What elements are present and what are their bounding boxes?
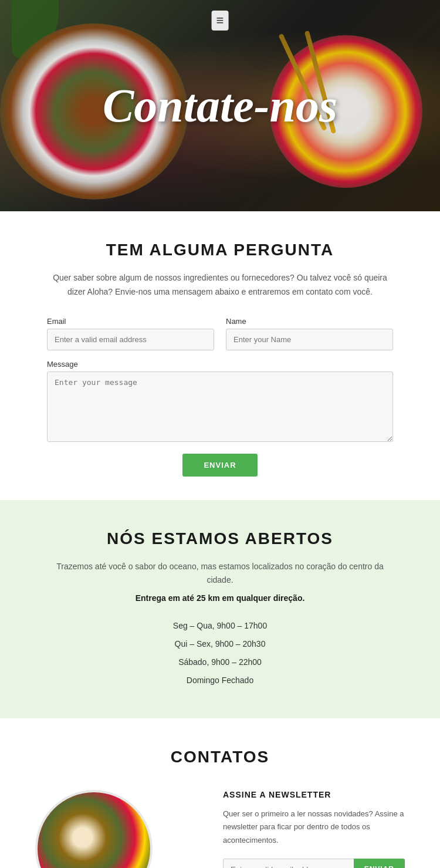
contact-form-section: TEM ALGUMA PERGUNTA Quer saber sobre alg… xyxy=(0,211,440,500)
email-label: Email xyxy=(47,317,214,326)
food-circle-image xyxy=(35,790,153,868)
form-row-email-name: Email Name xyxy=(47,317,393,350)
message-form-group: Message xyxy=(47,360,393,442)
contacts-body: Utilize o nosso formulário de contacto p… xyxy=(35,790,405,868)
hamburger-menu[interactable]: ≡ xyxy=(212,11,229,31)
hours-item-3: Sábado, 9h00 – 22h00 xyxy=(47,653,393,671)
delivery-info: Entrega em até 25 km em qualquer direção… xyxy=(47,593,393,603)
newsletter-email-input[interactable] xyxy=(223,859,354,868)
open-hours-section: NÓS ESTAMOS ABERTOS Trazemos até você o … xyxy=(0,500,440,719)
email-input[interactable] xyxy=(47,329,214,350)
newsletter-submit-button[interactable]: ENVIAR xyxy=(354,859,405,868)
open-section-desc: Trazemos até você o sabor do oceano, mas… xyxy=(47,560,393,588)
message-input[interactable] xyxy=(47,371,393,442)
contacts-title: CONTATOS xyxy=(35,748,405,766)
contacts-right-col: ASSINE A NEWSLETTER Quer ser o primeiro … xyxy=(223,790,405,868)
name-form-group: Name xyxy=(226,317,393,350)
newsletter-row: ENVIAR xyxy=(223,859,405,868)
hours-item-4: Domingo Fechado xyxy=(47,671,393,690)
newsletter-desc: Quer ser o primeiro a ler nossas novidad… xyxy=(223,808,405,846)
open-section-title: NÓS ESTAMOS ABERTOS xyxy=(47,529,393,548)
newsletter-title: ASSINE A NEWSLETTER xyxy=(223,790,405,799)
contact-section-desc: Quer saber sobre algum de nossos ingredi… xyxy=(47,271,393,299)
hero-section: Contate-nos xyxy=(0,0,440,211)
contacts-left-col: Utilize o nosso formulário de contacto p… xyxy=(35,790,199,868)
submit-button[interactable]: ENVIAR xyxy=(182,454,257,477)
hours-item-2: Qui – Sex, 9h00 – 20h30 xyxy=(47,635,393,653)
message-label: Message xyxy=(47,360,393,369)
contact-section-title: TEM ALGUMA PERGUNTA xyxy=(47,241,393,259)
contacts-section: CONTATOS Utilize o nosso formulário de c… xyxy=(0,718,440,868)
email-form-group: Email xyxy=(47,317,214,350)
hours-list: Seg – Qua, 9h00 – 17h00 Qui – Sex, 9h00 … xyxy=(47,617,393,689)
name-input[interactable] xyxy=(226,329,393,350)
hours-item-1: Seg – Qua, 9h00 – 17h00 xyxy=(47,617,393,635)
name-label: Name xyxy=(226,317,393,326)
hamburger-icon: ≡ xyxy=(216,13,224,28)
hero-title: Contate-nos xyxy=(103,79,337,133)
